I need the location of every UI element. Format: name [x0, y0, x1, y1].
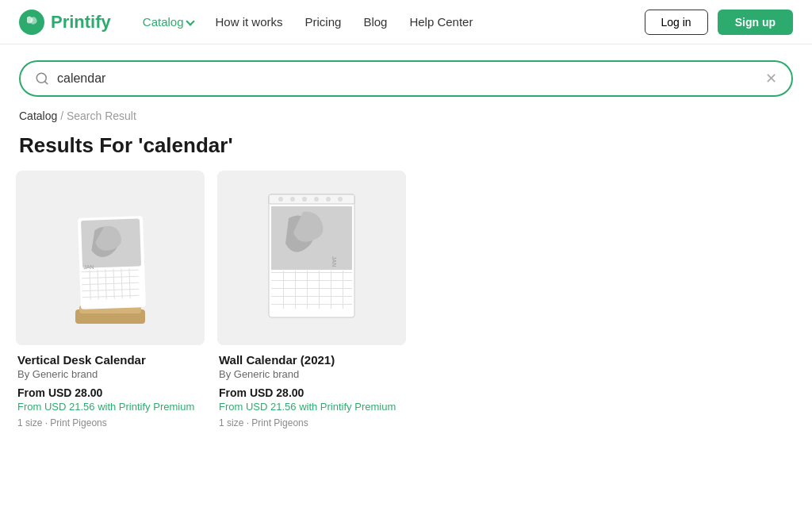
svg-point-25 [302, 197, 307, 202]
product-meta-1: 1 size · Print Pigeons [219, 417, 404, 428]
logo-text: Printify [51, 12, 111, 33]
product-info-1: Wall Calendar (2021) By Generic brand Fr… [217, 345, 406, 428]
search-icon [35, 71, 49, 86]
product-premium-price-1[interactable]: From USD 21.56 with Printify Premium [219, 401, 404, 413]
results-heading: Results For 'calendar' [0, 127, 812, 171]
nav-pricing[interactable]: Pricing [305, 15, 342, 29]
search-input[interactable] [57, 71, 757, 86]
clear-icon[interactable]: ✕ [765, 70, 777, 87]
svg-text:JAN: JAN [83, 264, 94, 270]
breadcrumb-current: Search Result [67, 110, 136, 122]
product-image-0: JAN [16, 171, 205, 345]
product-price-0: From USD 28.00 [17, 386, 203, 399]
svg-point-26 [314, 197, 319, 202]
product-brand-0: By Generic brand [17, 368, 203, 380]
svg-rect-35 [283, 271, 284, 309]
login-button[interactable]: Log in [645, 10, 708, 35]
product-premium-price-0[interactable]: From USD 21.56 with Printify Premium [17, 401, 203, 413]
product-brand-1: By Generic brand [219, 368, 404, 380]
product-name-0: Vertical Desk Calendar [17, 353, 203, 367]
product-info-0: Vertical Desk Calendar By Generic brand … [16, 345, 205, 428]
nav-help-center[interactable]: Help Center [409, 15, 473, 29]
breadcrumb-separator: / [60, 110, 67, 122]
nav-links: Catalog How it works Pricing Blog Help C… [143, 15, 619, 29]
svg-rect-39 [331, 271, 331, 309]
signup-button[interactable]: Sign up [718, 10, 793, 35]
product-meta-0: 1 size · Print Pigeons [17, 417, 203, 428]
svg-point-23 [278, 197, 283, 202]
svg-rect-36 [295, 271, 296, 309]
product-image-1: JAN [217, 171, 406, 345]
svg-point-24 [290, 197, 295, 202]
svg-point-27 [326, 197, 331, 202]
svg-line-2 [44, 81, 47, 83]
svg-point-28 [338, 197, 343, 202]
catalog-chevron-icon [186, 17, 194, 25]
logo[interactable]: Printify [19, 10, 111, 35]
nav-how-it-works[interactable]: How it works [216, 15, 283, 29]
breadcrumb: Catalog / Search Result [0, 110, 812, 127]
product-card-0[interactable]: JAN Vertical Desk Calendar By Generic br… [16, 171, 205, 428]
nav-catalog[interactable]: Catalog [143, 15, 193, 29]
svg-rect-40 [343, 271, 343, 309]
breadcrumb-catalog-link[interactable]: Catalog [19, 110, 57, 122]
logo-icon [19, 10, 44, 35]
nav-actions: Log in Sign up [645, 10, 793, 35]
product-price-1: From USD 28.00 [219, 386, 404, 399]
product-name-1: Wall Calendar (2021) [219, 353, 404, 367]
product-card-1[interactable]: JAN Wall Calendar (2021) By Generic bran… [217, 171, 406, 428]
search-bar: ✕ [19, 60, 793, 97]
svg-rect-37 [307, 271, 308, 309]
navbar: Printify Catalog How it works Pricing Bl… [0, 0, 812, 44]
search-section: ✕ [0, 44, 812, 110]
svg-text:JAN: JAN [331, 256, 337, 267]
nav-blog[interactable]: Blog [363, 15, 387, 29]
product-grid: JAN Vertical Desk Calendar By Generic br… [0, 171, 812, 428]
svg-rect-38 [319, 271, 320, 309]
